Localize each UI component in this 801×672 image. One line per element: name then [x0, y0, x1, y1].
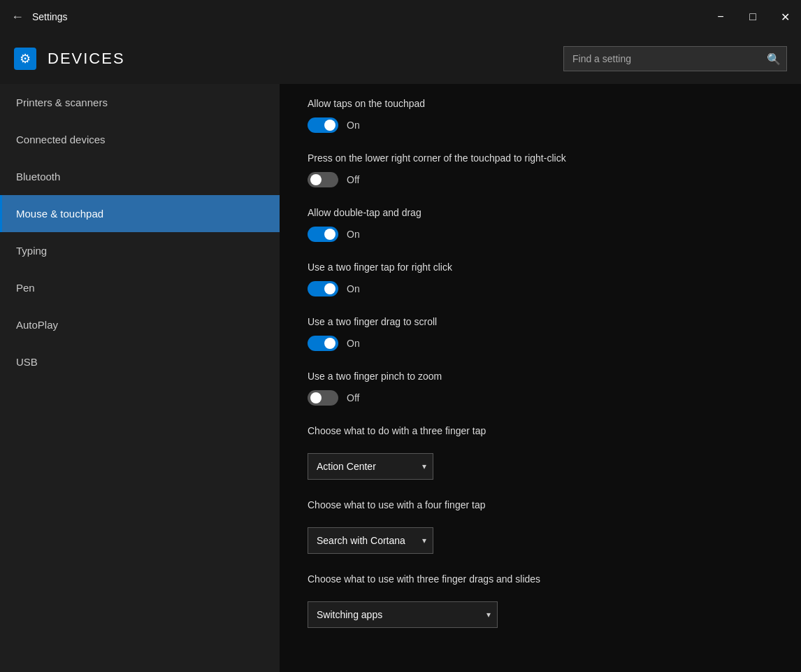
titlebar: ← Settings − □ ✕	[0, 0, 801, 34]
sidebar-item-autoplay[interactable]: AutoPlay	[0, 306, 280, 343]
setting-label-four-finger-tap: Choose what to use with a four finger ta…	[308, 499, 773, 510]
toggle-state-two-finger-tap: On	[347, 283, 360, 294]
sidebar-item-usb[interactable]: USB	[0, 343, 280, 380]
toggle-two-finger-scroll[interactable]	[308, 336, 338, 351]
app-title: DEVICES	[48, 50, 125, 68]
toggle-state-double-tap-drag: On	[347, 229, 360, 240]
content-area: Allow taps on the touchpadOnPress on the…	[280, 84, 801, 672]
toggle-state-lower-right-corner: Off	[347, 174, 359, 185]
minimize-button[interactable]: −	[705, 0, 737, 34]
setting-allow-taps: Allow taps on the touchpadOn	[308, 98, 773, 133]
sidebar-item-printers[interactable]: Printers & scanners	[0, 84, 280, 121]
sidebar-item-mouse-touchpad[interactable]: Mouse & touchpad	[0, 195, 280, 232]
setting-four-finger-tap: Choose what to use with a four finger ta…	[308, 499, 773, 554]
setting-three-finger-tap: Choose what to do with a three finger ta…	[308, 425, 773, 480]
gear-icon: ⚙	[20, 51, 31, 66]
sidebar-item-bluetooth[interactable]: Bluetooth	[0, 158, 280, 195]
header-icon: ⚙	[14, 48, 36, 70]
setting-double-tap-drag: Allow double-tap and dragOn	[308, 207, 773, 242]
sidebar-item-typing[interactable]: Typing	[0, 232, 280, 269]
dropdown-three-finger-tap[interactable]: Action CenterCortanaPlay/PauseNothing	[308, 453, 433, 480]
setting-label-two-finger-tap: Use a two finger tap for right click	[308, 262, 773, 273]
setting-label-allow-taps: Allow taps on the touchpad	[308, 98, 773, 109]
search-input[interactable]	[564, 47, 761, 71]
setting-three-finger-drag: Choose what to use with three finger dra…	[308, 573, 773, 628]
toggle-two-finger-tap[interactable]	[308, 281, 338, 296]
sidebar-item-pen[interactable]: Pen	[0, 269, 280, 306]
dropdown-wrapper-four-finger-tap: Search with CortanaAction CenterNothing▾	[308, 527, 433, 554]
dropdown-three-finger-drag[interactable]: Switching appsChange desktops and show d…	[308, 601, 498, 628]
toggle-two-finger-pinch[interactable]	[308, 390, 338, 406]
titlebar-controls: − □ ✕	[705, 0, 801, 34]
toggle-double-tap-drag[interactable]	[308, 227, 338, 242]
toggle-lower-right-corner[interactable]	[308, 172, 338, 187]
sidebar-item-connected-devices[interactable]: Connected devices	[0, 121, 280, 158]
titlebar-title: Settings	[32, 11, 68, 22]
setting-label-lower-right-corner: Press on the lower right corner of the t…	[308, 152, 773, 164]
setting-label-three-finger-drag: Choose what to use with three finger dra…	[308, 573, 773, 585]
toggle-row-allow-taps: On	[308, 117, 773, 133]
setting-two-finger-pinch: Use a two finger pinch to zoomOff	[308, 371, 773, 406]
dropdown-four-finger-tap[interactable]: Search with CortanaAction CenterNothing	[308, 527, 433, 554]
maximize-button[interactable]: □	[737, 0, 769, 34]
search-box[interactable]: 🔍	[563, 46, 787, 71]
toggle-row-two-finger-pinch: Off	[308, 390, 773, 406]
setting-two-finger-tap: Use a two finger tap for right clickOn	[308, 262, 773, 296]
setting-label-three-finger-tap: Choose what to do with a three finger ta…	[308, 425, 773, 436]
toggle-row-two-finger-tap: On	[308, 281, 773, 296]
main-layout: Printers & scannersConnected devicesBlue…	[0, 84, 801, 672]
setting-two-finger-scroll: Use a two finger drag to scrollOn	[308, 316, 773, 351]
toggle-row-lower-right-corner: Off	[308, 172, 773, 187]
toggle-row-double-tap-drag: On	[308, 227, 773, 242]
sidebar: Printers & scannersConnected devicesBlue…	[0, 84, 280, 672]
toggle-state-two-finger-pinch: Off	[347, 392, 359, 403]
toggle-allow-taps[interactable]	[308, 117, 338, 133]
dropdown-wrapper-three-finger-drag: Switching appsChange desktops and show d…	[308, 601, 498, 628]
search-icon[interactable]: 🔍	[761, 46, 786, 71]
setting-label-two-finger-scroll: Use a two finger drag to scroll	[308, 316, 773, 327]
back-icon[interactable]: ←	[11, 10, 24, 24]
toggle-row-two-finger-scroll: On	[308, 336, 773, 351]
toggle-state-two-finger-scroll: On	[347, 338, 360, 349]
dropdown-wrapper-three-finger-tap: Action CenterCortanaPlay/PauseNothing▾	[308, 453, 433, 480]
app-header: ⚙ DEVICES 🔍	[0, 34, 801, 84]
setting-label-two-finger-pinch: Use a two finger pinch to zoom	[308, 371, 773, 382]
toggle-state-allow-taps: On	[347, 120, 360, 131]
titlebar-left: ← Settings	[11, 10, 68, 24]
close-button[interactable]: ✕	[769, 0, 801, 34]
setting-lower-right-corner: Press on the lower right corner of the t…	[308, 152, 773, 187]
setting-label-double-tap-drag: Allow double-tap and drag	[308, 207, 773, 218]
